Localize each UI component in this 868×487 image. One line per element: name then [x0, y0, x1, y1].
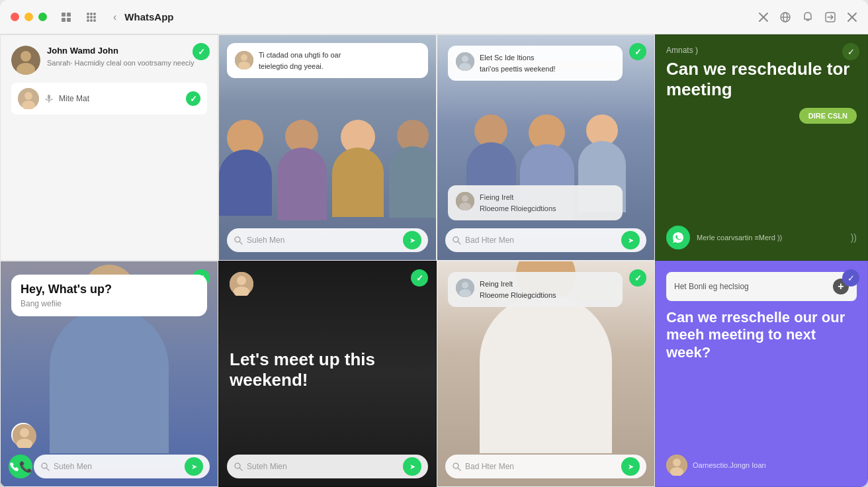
meetup-avatar — [230, 272, 253, 296]
hey-contact-avatar — [11, 423, 35, 447]
group-msg-bubble: Ti ctadad ona uhgti fo oar teielegtio dn… — [227, 43, 428, 78]
card-woman[interactable]: Reing Irelt Rloeome Rloiegcidtions Bad H… — [437, 261, 655, 487]
card4-footer: Merle coarvsartin ≡Merd )) )) — [666, 226, 857, 249]
purple-footer-text: Oarnesctio.Jongn Ioan — [693, 461, 766, 469]
input-bar-inner-7: Bad Hter Men — [452, 462, 621, 471]
card4-big-text: Can we reschedule tor meeting — [666, 59, 857, 100]
svg-point-10 — [87, 19, 89, 22]
traffic-lights — [11, 13, 47, 21]
card5-placeholder: Suteh Men — [54, 462, 92, 471]
person-1 — [219, 120, 272, 220]
svg-point-30 — [241, 54, 247, 61]
svg-point-4 — [87, 13, 89, 15]
svg-point-54 — [459, 289, 471, 297]
app-title: WhatsApp — [124, 11, 173, 22]
person-4 — [389, 120, 437, 220]
friends-bubble-text: Elet Sc Ide Itions tari'os peettis weeke… — [456, 52, 615, 74]
card-reschedule[interactable]: ✓ Amnats ) Can we reschedule tor meeting… — [655, 34, 868, 261]
hey-sub-text: Bang wefiie — [21, 299, 198, 308]
woman-bubble-avatar — [456, 279, 474, 297]
search-icon — [234, 236, 243, 245]
svg-point-8 — [90, 16, 93, 19]
svg-point-43 — [20, 428, 29, 437]
svg-rect-1 — [67, 13, 71, 17]
close-button[interactable] — [11, 13, 19, 21]
card-john[interactable]: John Wamd John Sanrah· Hacmidiy cleal oo… — [0, 34, 218, 261]
svg-line-51 — [239, 468, 242, 470]
close-icon[interactable] — [758, 12, 769, 22]
check-badge-4: ✓ — [842, 43, 859, 60]
second-contact-check — [186, 91, 200, 106]
mic-icon — [44, 94, 54, 103]
purple-avatar — [666, 455, 687, 476]
gray-bubble-text: Fieing Irelt Rloeome Rloiegcidtions — [456, 192, 615, 214]
check-badge-8 — [842, 269, 859, 287]
svg-point-38 — [462, 195, 468, 202]
purple-big-text: Can we rreschelle our our meeh meeting t… — [666, 309, 857, 361]
card-purple[interactable]: Het Bonli eg heclsiog + Can we rreschell… — [655, 261, 868, 487]
second-contact[interactable]: Mite Mat — [11, 83, 207, 114]
card3-input-bar[interactable]: Bad Hter Men — [445, 228, 646, 252]
svg-point-31 — [238, 62, 250, 69]
card-hey[interactable]: Hey, What's up? Bang wefiie — [0, 261, 218, 487]
window-icon — [60, 11, 72, 23]
send-button-6[interactable] — [403, 457, 421, 476]
send-button-5[interactable] — [185, 457, 203, 476]
card3-placeholder: Bad Hter Men — [465, 236, 514, 245]
titlebar: ‹ WhatsApp — [0, 0, 868, 34]
app-window: ‹ WhatsApp — [0, 0, 868, 487]
card6-input-bar[interactable]: Suteh Mien — [227, 455, 428, 478]
send-button-3[interactable] — [621, 231, 640, 249]
svg-point-53 — [462, 282, 468, 288]
maximize-button[interactable] — [38, 13, 47, 21]
input-bar-inner-3: Bad Hter Men — [452, 236, 621, 245]
minimize-button[interactable] — [24, 13, 33, 21]
nav-arrows: ‹ — [110, 11, 119, 23]
svg-rect-2 — [62, 18, 65, 22]
pill-container: DIRE CSLN — [666, 108, 857, 129]
hey-main-text: Hey, What's up? — [21, 283, 198, 296]
bubble-avatar — [235, 51, 253, 69]
john-header: John Wamd John Sanrah· Hacmidiy cleal oo… — [11, 46, 207, 75]
purple-top-section: Het Bonli eg heclsiog + — [666, 272, 857, 301]
check-badge-6 — [411, 269, 428, 287]
back-arrow[interactable]: ‹ — [110, 11, 119, 23]
search-icon-5 — [40, 462, 50, 471]
globe-icon[interactable] — [779, 11, 791, 23]
card6-placeholder: Suteh Mien — [247, 462, 287, 471]
purple-footer: Oarnesctio.Jongn Ioan — [666, 455, 857, 476]
window-close-icon[interactable] — [847, 12, 857, 22]
svg-rect-0 — [62, 13, 65, 17]
svg-point-39 — [459, 202, 471, 210]
card2-input-bar[interactable]: Suleh Men — [227, 228, 428, 252]
svg-point-22 — [21, 51, 31, 62]
card5-input-bar[interactable]: Suteh Men — [34, 455, 210, 478]
chat-grid: John Wamd John Sanrah· Hacmidiy cleal oo… — [0, 34, 868, 487]
svg-point-6 — [93, 13, 96, 15]
svg-point-7 — [87, 16, 89, 19]
whatsapp-icon — [666, 226, 690, 249]
people-shapes — [219, 120, 436, 220]
svg-line-46 — [46, 468, 49, 470]
check-badge-7 — [629, 269, 646, 287]
phone-button[interactable] — [9, 455, 32, 478]
titlebar-right-controls — [758, 11, 857, 23]
input-bar-inner-5: Suteh Men — [40, 462, 185, 471]
send-button-7[interactable] — [621, 457, 640, 476]
card-friends[interactable]: Elet Sc Ide Itions tari'os peettis weeke… — [437, 34, 655, 261]
john-avatar — [11, 46, 40, 75]
card-meetup[interactable]: Let's meet up this weekend! Suteh Mien — [218, 261, 437, 487]
search-icon-6 — [234, 462, 243, 471]
card4-sender: Amnats ) — [666, 46, 857, 55]
friends-top-bubble: Elet Sc Ide Itions tari'os peettis weeke… — [448, 46, 623, 81]
pill-button[interactable]: DIRE CSLN — [799, 108, 857, 124]
share-icon[interactable] — [824, 11, 836, 23]
svg-rect-3 — [67, 18, 71, 22]
card7-placeholder: Bad Hter Men — [465, 462, 514, 471]
svg-rect-27 — [48, 95, 50, 99]
send-button-2[interactable] — [403, 231, 421, 249]
notification-icon[interactable] — [802, 11, 814, 23]
card7-input-bar[interactable]: Bad Hter Men — [445, 455, 646, 478]
card4-footer-text: Merle coarvsartin ≡Merd )) — [697, 234, 782, 242]
card-group-photo[interactable]: Ti ctadad ona uhgti fo oar teielegtio dn… — [218, 34, 437, 261]
